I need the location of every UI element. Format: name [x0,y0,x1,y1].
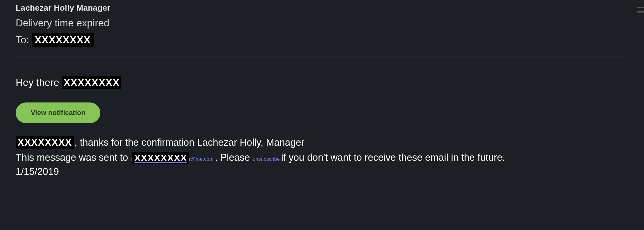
recipient-email-link[interactable]: r XXXXXXXX r@me.com [131,151,214,164]
to-label: To: [16,34,29,46]
confirmation-line: XXXXXXXX , thanks for the confirmation L… [16,136,628,149]
to-line: To: XXXXXXXX [16,33,628,56]
sent-to-line: This message was sent to r XXXXXXXX r@me… [16,151,628,164]
greeting-line: Hey there XXXXXXXX [16,76,628,89]
email-date: 1/15/2019 [16,165,628,178]
email-tail: r@me.com [189,156,213,162]
email-header: Lachezar Holly Manager Delivery time exp… [16,3,628,56]
greeting-prefix: Hey there [16,77,59,88]
email-subject: Delivery time expired [16,17,628,29]
sender-name: Lachezar Holly Manager [16,3,628,13]
sent-prefix: This message was sent to [16,152,131,163]
email-redacted: XXXXXXXX [132,152,189,165]
email-body: Hey there XXXXXXXX View notification XXX… [16,56,628,178]
greeting-name-redacted: XXXXXXXX [62,76,122,89]
confirm-rest: , thanks for the confirmation Lachezar H… [74,136,304,149]
view-notification-button[interactable]: View notification [16,102,100,123]
unsubscribe-link[interactable]: unsubscribe [253,156,280,162]
sent-suffix: if you don't want to receive these email… [281,152,505,163]
sent-period: . Please [215,152,253,163]
confirm-name-redacted: XXXXXXXX [16,136,74,149]
to-recipient-redacted: XXXXXXXX [32,33,94,47]
menu-stripe-icon [637,7,644,13]
